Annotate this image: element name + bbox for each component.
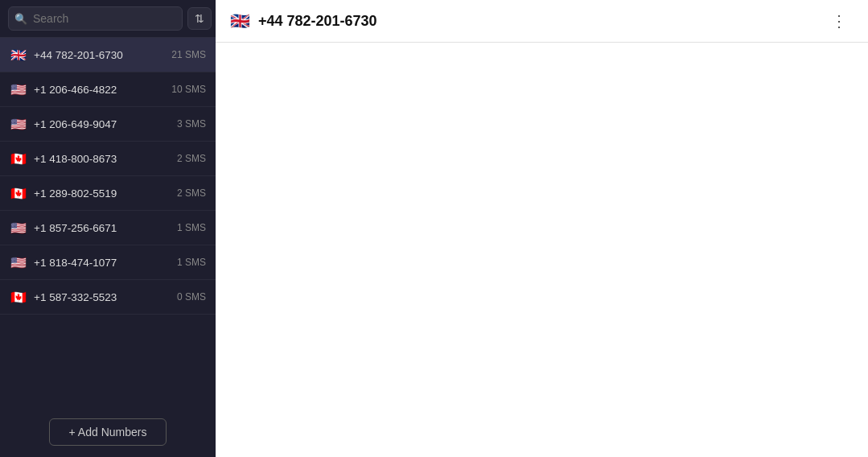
sms-count-badge: 1 SMS: [177, 257, 206, 268]
search-wrap: 🔍: [8, 6, 183, 31]
search-bar: 🔍 ⇅: [0, 0, 216, 38]
sms-count-badge: 2 SMS: [177, 153, 206, 164]
phone-list-item[interactable]: 🇺🇸 +1 206-466-4822 10 SMS: [0, 72, 216, 107]
sms-count-badge: 21 SMS: [171, 49, 206, 60]
phone-list: 🇬🇧 +44 782-201-6730 21 SMS 🇺🇸 +1 206-466…: [0, 38, 216, 407]
phone-list-item[interactable]: 🇨🇦 +1 289-802-5519 2 SMS: [0, 176, 216, 211]
sms-count-badge: 0 SMS: [177, 291, 206, 303]
more-options-button[interactable]: ⋮: [825, 8, 854, 34]
phone-number-label: +44 782-201-6730: [34, 49, 165, 61]
header-flag: 🇬🇧: [230, 11, 250, 31]
phone-number-label: +1 206-649-9047: [34, 118, 171, 130]
search-icon: 🔍: [14, 13, 27, 25]
sms-count-badge: 10 SMS: [171, 84, 206, 95]
phone-number-label: +1 818-474-1077: [34, 257, 171, 269]
sms-count-badge: 1 SMS: [177, 222, 206, 233]
sms-count-badge: 2 SMS: [177, 187, 206, 199]
phone-number-label: +1 289-802-5519: [34, 187, 171, 200]
header-number: +44 782-201-6730: [258, 13, 377, 30]
add-numbers-button[interactable]: + Add Numbers: [49, 418, 167, 446]
sms-count-badge: 3 SMS: [177, 118, 206, 130]
country-flag: 🇨🇦: [10, 150, 27, 167]
phone-list-item[interactable]: 🇬🇧 +44 782-201-6730 21 SMS: [0, 38, 216, 72]
main-header: 🇬🇧 +44 782-201-6730 ⋮: [216, 0, 868, 43]
country-flag: 🇺🇸: [10, 80, 27, 98]
phone-list-item[interactable]: 🇨🇦 +1 587-332-5523 0 SMS: [0, 280, 216, 315]
add-button-wrap: + Add Numbers: [0, 407, 216, 457]
search-input[interactable]: [8, 6, 183, 31]
country-flag: 🇨🇦: [10, 288, 27, 306]
country-flag: 🇺🇸: [10, 115, 27, 133]
messages-list: [216, 43, 868, 457]
phone-number-label: +1 857-256-6671: [34, 222, 171, 234]
sort-button[interactable]: ⇅: [187, 7, 212, 30]
phone-list-item[interactable]: 🇺🇸 +1 818-474-1077 1 SMS: [0, 245, 216, 280]
phone-number-label: +1 206-466-4822: [34, 84, 165, 96]
phone-list-item[interactable]: 🇺🇸 +1 857-256-6671 1 SMS: [0, 211, 216, 245]
sidebar: 🔍 ⇅ 🇬🇧 +44 782-201-6730 21 SMS 🇺🇸 +1 206…: [0, 0, 216, 457]
country-flag: 🇨🇦: [10, 184, 27, 202]
phone-list-item[interactable]: 🇺🇸 +1 206-649-9047 3 SMS: [0, 107, 216, 142]
phone-number-label: +1 418-800-8673: [34, 153, 171, 165]
phone-list-item[interactable]: 🇨🇦 +1 418-800-8673 2 SMS: [0, 142, 216, 176]
main-panel: 🇬🇧 +44 782-201-6730 ⋮: [216, 0, 868, 457]
country-flag: 🇬🇧: [10, 46, 27, 64]
country-flag: 🇺🇸: [10, 219, 27, 237]
country-flag: 🇺🇸: [10, 253, 27, 271]
header-left: 🇬🇧 +44 782-201-6730: [230, 11, 377, 31]
phone-number-label: +1 587-332-5523: [34, 291, 171, 303]
